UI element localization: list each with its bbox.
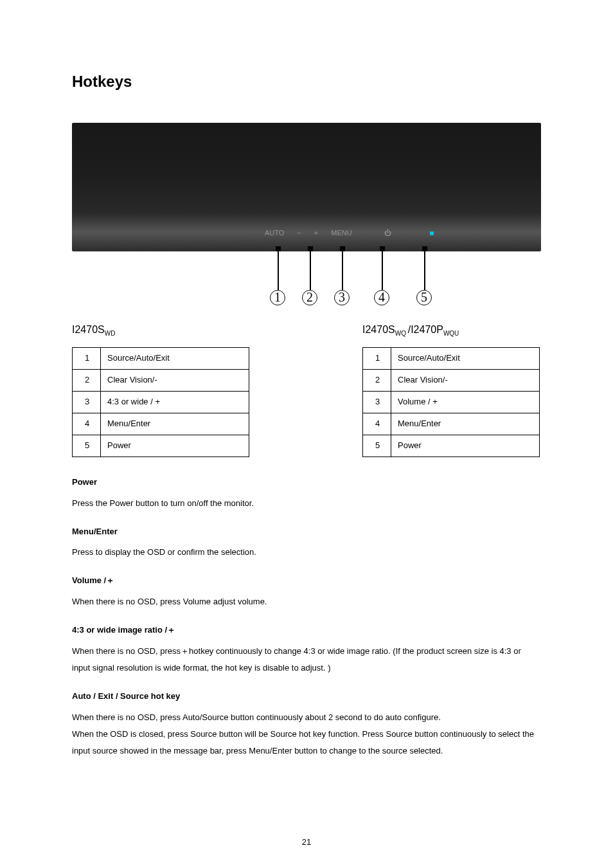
model-left-suffix: WD (105, 330, 116, 337)
row-label: Clear Vision/- (101, 370, 249, 392)
model-right-base2: I2470P (411, 324, 443, 335)
section-menu-title: Menu/Enter (72, 526, 541, 538)
callout-3: 3 (334, 290, 350, 305)
row-num: 2 (363, 370, 391, 392)
model-left-name: I2470SWD (72, 322, 249, 339)
label-menu: MENU (331, 228, 351, 239)
page-title: Hotkeys (72, 71, 541, 93)
page-number: 21 (0, 836, 613, 849)
monitor-photo: AUTO − + MENU ⏻ 1 2 3 4 5 (72, 123, 541, 309)
row-num: 1 (363, 348, 391, 370)
power-led-icon (430, 231, 434, 235)
section-auto-body1: When there is no OSD, press Auto/Source … (72, 709, 541, 726)
row-num: 4 (73, 413, 101, 435)
row-label: Power (101, 435, 249, 457)
hotkey-table-right: 1Source/Auto/Exit 2Clear Vision/- 3Volum… (362, 347, 540, 457)
row-label: Source/Auto/Exit (391, 348, 540, 370)
section-power-body: Press the Power button to turn on/off th… (72, 495, 541, 512)
power-icon: ⏻ (384, 228, 391, 239)
section-ratio-title: 4:3 or wide image ratio /＋ (72, 624, 541, 637)
row-label: Power (391, 435, 540, 457)
model-left: I2470SWD 1Source/Auto/Exit 2Clear Vision… (72, 322, 249, 457)
table-row: 1Source/Auto/Exit (73, 348, 249, 370)
row-num: 3 (73, 392, 101, 413)
callout-2: 2 (302, 290, 317, 305)
callout-pointers: 1 2 3 4 5 (72, 251, 541, 309)
label-auto: AUTO (265, 228, 284, 239)
model-right-suffix2: WQU (443, 330, 459, 337)
row-label: 4:3 or wide / + (101, 392, 249, 413)
label-plus: + (314, 228, 318, 239)
pointer-1 (278, 251, 279, 290)
row-num: 2 (73, 370, 101, 392)
model-right: I2470SWQ /I2470PWQU 1Source/Auto/Exit 2C… (362, 322, 540, 457)
model-right-suffix: WQ (395, 330, 408, 337)
callout-4: 4 (374, 290, 389, 305)
section-auto-title: Auto / Exit / Source hot key (72, 691, 541, 703)
row-num: 5 (363, 435, 391, 457)
pointer-5 (424, 251, 425, 290)
pointer-2 (310, 251, 311, 290)
model-right-base: I2470S (362, 324, 395, 335)
row-num: 3 (363, 392, 391, 413)
callout-1: 1 (270, 290, 285, 305)
monitor-button-labels: AUTO − + MENU ⏻ (265, 228, 434, 239)
model-tables-row: I2470SWD 1Source/Auto/Exit 2Clear Vision… (72, 322, 541, 457)
section-volume-body: When there is no OSD, press Volume adjus… (72, 593, 541, 610)
table-row: 1Source/Auto/Exit (363, 348, 540, 370)
pointer-4 (382, 251, 383, 290)
row-label: Menu/Enter (391, 413, 540, 435)
table-row: 5Power (73, 435, 249, 457)
table-row: 2Clear Vision/- (363, 370, 540, 392)
table-row: 34:3 or wide / + (73, 392, 249, 413)
row-num: 1 (73, 348, 101, 370)
table-row: 5Power (363, 435, 540, 457)
section-ratio-body: When there is no OSD, press＋hotkey conti… (72, 643, 541, 676)
row-num: 5 (73, 435, 101, 457)
table-row: 3Volume / + (363, 392, 540, 413)
section-power-title: Power (72, 476, 541, 489)
table-row: 2Clear Vision/- (73, 370, 249, 392)
row-label: Volume / + (391, 392, 540, 413)
monitor-bezel-image: AUTO − + MENU ⏻ (72, 123, 541, 251)
label-minus: − (297, 228, 301, 239)
model-left-base: I2470S (72, 324, 105, 335)
descriptions: Power Press the Power button to turn on/… (72, 476, 541, 759)
model-right-name: I2470SWQ /I2470PWQU (362, 322, 540, 339)
row-label: Source/Auto/Exit (101, 348, 249, 370)
row-label: Clear Vision/- (391, 370, 540, 392)
row-label: Menu/Enter (101, 413, 249, 435)
row-num: 4 (363, 413, 391, 435)
table-row: 4Menu/Enter (73, 413, 249, 435)
section-menu-body: Press to display the OSD or confirm the … (72, 544, 541, 561)
pointer-3 (342, 251, 343, 290)
table-row: 4Menu/Enter (363, 413, 540, 435)
section-volume-title: Volume /＋ (72, 575, 541, 587)
hotkey-table-left: 1Source/Auto/Exit 2Clear Vision/- 34:3 o… (72, 347, 249, 457)
section-auto-body2: When the OSD is closed, press Source but… (72, 726, 541, 759)
callout-5: 5 (416, 290, 432, 305)
